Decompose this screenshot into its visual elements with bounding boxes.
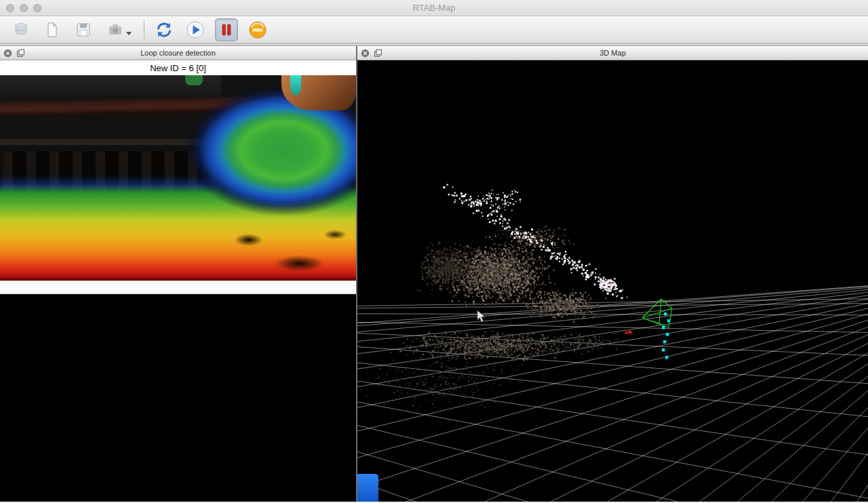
screenshot-button[interactable] (103, 18, 134, 41)
refresh-button[interactable] (153, 18, 176, 41)
loop-closure-status: New ID = 6 [0] (0, 60, 356, 75)
depth-teal-mark (290, 75, 301, 96)
depth-dark-spots (207, 215, 357, 281)
loop-closure-black-area (0, 294, 356, 502)
dock-area: Loop closure detection New ID = 6 [0] (0, 46, 868, 502)
rtabmap-window: RTAB-Map (0, 0, 868, 503)
background-window-fragment (357, 474, 378, 502)
pause-button[interactable] (215, 18, 238, 41)
map3d-panel: 3D Map (357, 46, 868, 502)
loop-closure-titlebar: Loop closure detection (0, 46, 356, 60)
panel-title: 3D Map (357, 49, 868, 57)
map3d-titlebar: 3D Map (357, 46, 868, 60)
map3d-view[interactable] (357, 60, 868, 502)
titlebar: RTAB-Map (0, 0, 868, 16)
toolbar (0, 16, 868, 43)
loop-closure-image (0, 75, 356, 281)
pause-icon (218, 21, 235, 39)
new-file-icon (43, 21, 61, 39)
open-database-button[interactable] (9, 18, 33, 41)
loop-closure-panel: Loop closure detection New ID = 6 [0] (0, 46, 356, 502)
save-button[interactable] (72, 18, 95, 41)
mouse-cursor (477, 310, 486, 323)
play-button[interactable] (184, 18, 207, 41)
new-file-button[interactable] (41, 18, 64, 41)
open-database-icon (12, 21, 30, 39)
refresh-icon (155, 21, 173, 39)
screenshot-dropdown-arrow[interactable] (126, 32, 132, 35)
toolbar-separator (144, 20, 144, 39)
stop-icon (248, 20, 267, 39)
play-icon (186, 20, 205, 39)
loop-closure-empty-strip (0, 281, 356, 294)
save-icon (75, 21, 92, 39)
depth-top-green (185, 75, 203, 85)
stop-button[interactable] (246, 18, 269, 41)
screenshot-icon (106, 21, 124, 39)
map3d-canvas[interactable] (357, 60, 868, 502)
window-title: RTAB-Map (0, 0, 868, 16)
panel-title: Loop closure detection (0, 49, 356, 57)
